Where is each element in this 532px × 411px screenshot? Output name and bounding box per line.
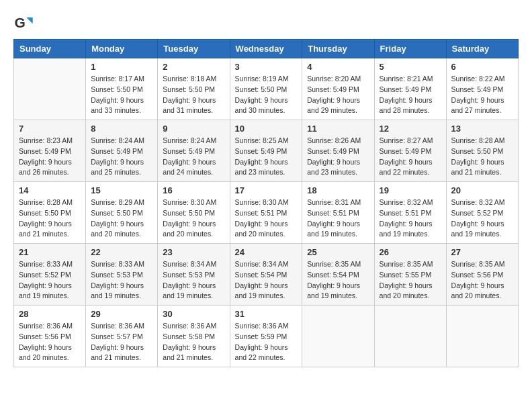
sunrise-text: Sunrise: 8:31 AM (307, 197, 369, 208)
daylight-text: Daylight: 9 hours and 30 minutes. (235, 95, 298, 117)
sunset-text: Sunset: 5:56 PM (451, 270, 513, 281)
daylight-text: Daylight: 9 hours and 20 minutes. (380, 281, 441, 302)
sunset-text: Sunset: 5:55 PM (380, 270, 441, 281)
calendar-cell (14, 58, 86, 120)
daylight-text: Daylight: 9 hours and 29 minutes. (307, 95, 369, 117)
sunrise-text: Sunrise: 8:36 AM (235, 321, 298, 332)
sunrise-text: Sunrise: 8:28 AM (19, 197, 81, 208)
calendar-cell: 19Sunrise: 8:32 AMSunset: 5:51 PMDayligh… (374, 182, 446, 244)
calendar-table: SundayMondayTuesdayWednesdayThursdayFrid… (13, 39, 519, 367)
day-number: 11 (307, 124, 369, 134)
sunset-text: Sunset: 5:52 PM (451, 208, 513, 219)
calendar-week-4: 21Sunrise: 8:33 AMSunset: 5:52 PMDayligh… (14, 244, 519, 306)
day-number: 20 (451, 185, 513, 195)
daylight-text: Daylight: 9 hours and 28 minutes. (380, 95, 441, 117)
calendar-cell (374, 306, 446, 367)
daylight-text: Daylight: 9 hours and 19 minutes. (163, 281, 224, 302)
day-info: Sunrise: 8:24 AMSunset: 5:49 PMDaylight:… (163, 136, 224, 178)
day-info: Sunrise: 8:30 AMSunset: 5:50 PMDaylight:… (163, 197, 224, 240)
calendar-week-1: 1Sunrise: 8:17 AMSunset: 5:50 PMDaylight… (14, 58, 519, 120)
day-number: 4 (307, 62, 369, 72)
sunrise-text: Sunrise: 8:32 AM (380, 197, 441, 208)
day-number: 9 (163, 124, 224, 134)
sunset-text: Sunset: 5:56 PM (19, 332, 81, 342)
day-number: 1 (91, 62, 152, 72)
sunset-text: Sunset: 5:59 PM (235, 332, 298, 342)
daylight-text: Daylight: 9 hours and 19 minutes. (451, 219, 513, 240)
sunrise-text: Sunrise: 8:24 AM (91, 136, 152, 146)
sunset-text: Sunset: 5:53 PM (163, 270, 224, 281)
daylight-text: Daylight: 9 hours and 20 minutes. (163, 219, 224, 240)
day-number: 7 (19, 124, 81, 134)
sunrise-text: Sunrise: 8:18 AM (163, 74, 224, 85)
calendar-week-2: 7Sunrise: 8:23 AMSunset: 5:49 PMDaylight… (14, 120, 519, 182)
calendar-cell: 8Sunrise: 8:24 AMSunset: 5:49 PMDaylight… (86, 120, 158, 182)
calendar-week-3: 14Sunrise: 8:28 AMSunset: 5:50 PMDayligh… (14, 182, 519, 244)
sunset-text: Sunset: 5:50 PM (163, 208, 224, 219)
day-number: 25 (307, 247, 369, 257)
sunset-text: Sunset: 5:49 PM (163, 146, 224, 157)
sunrise-text: Sunrise: 8:30 AM (163, 197, 224, 208)
day-number: 2 (163, 62, 224, 72)
day-number: 17 (235, 185, 298, 195)
sunrise-text: Sunrise: 8:35 AM (451, 259, 513, 270)
daylight-text: Daylight: 9 hours and 21 minutes. (451, 157, 513, 179)
sunrise-text: Sunrise: 8:35 AM (380, 259, 441, 270)
day-info: Sunrise: 8:36 AMSunset: 5:59 PMDaylight:… (235, 321, 298, 363)
day-info: Sunrise: 8:36 AMSunset: 5:56 PMDaylight:… (19, 321, 81, 363)
sunset-text: Sunset: 5:54 PM (307, 270, 369, 281)
day-info: Sunrise: 8:25 AMSunset: 5:49 PMDaylight:… (235, 136, 298, 178)
calendar-cell: 4Sunrise: 8:20 AMSunset: 5:49 PMDaylight… (302, 58, 374, 120)
day-info: Sunrise: 8:19 AMSunset: 5:50 PMDaylight:… (235, 74, 298, 116)
day-info: Sunrise: 8:26 AMSunset: 5:49 PMDaylight:… (307, 136, 369, 178)
sunset-text: Sunset: 5:50 PM (451, 146, 513, 157)
calendar-cell: 23Sunrise: 8:34 AMSunset: 5:53 PMDayligh… (158, 244, 230, 306)
day-number: 6 (451, 62, 513, 72)
column-header-tuesday: Tuesday (158, 40, 230, 58)
calendar-cell: 31Sunrise: 8:36 AMSunset: 5:59 PMDayligh… (230, 306, 302, 367)
day-number: 10 (235, 124, 298, 134)
sunrise-text: Sunrise: 8:28 AM (451, 136, 513, 146)
calendar-header-row: SundayMondayTuesdayWednesdayThursdayFrid… (14, 40, 519, 58)
calendar-cell: 20Sunrise: 8:32 AMSunset: 5:52 PMDayligh… (446, 182, 518, 244)
day-number: 21 (19, 247, 81, 257)
day-number: 31 (235, 309, 298, 319)
day-number: 26 (380, 247, 441, 257)
sunset-text: Sunset: 5:49 PM (307, 85, 369, 95)
sunset-text: Sunset: 5:53 PM (91, 270, 152, 281)
daylight-text: Daylight: 9 hours and 23 minutes. (235, 157, 298, 179)
sunset-text: Sunset: 5:50 PM (19, 208, 81, 219)
day-info: Sunrise: 8:29 AMSunset: 5:50 PMDaylight:… (91, 197, 152, 240)
day-info: Sunrise: 8:34 AMSunset: 5:54 PMDaylight:… (235, 259, 298, 302)
sunset-text: Sunset: 5:49 PM (307, 146, 369, 157)
daylight-text: Daylight: 9 hours and 25 minutes. (91, 157, 152, 179)
sunset-text: Sunset: 5:57 PM (91, 332, 152, 342)
day-number: 30 (163, 309, 224, 319)
day-info: Sunrise: 8:35 AMSunset: 5:54 PMDaylight:… (307, 259, 369, 302)
calendar-cell: 1Sunrise: 8:17 AMSunset: 5:50 PMDaylight… (86, 58, 158, 120)
sunset-text: Sunset: 5:49 PM (19, 146, 81, 157)
calendar-cell: 29Sunrise: 8:36 AMSunset: 5:57 PMDayligh… (86, 306, 158, 367)
svg-marker-2 (27, 17, 33, 24)
day-number: 19 (380, 185, 441, 195)
day-number: 23 (163, 247, 224, 257)
daylight-text: Daylight: 9 hours and 19 minutes. (235, 281, 298, 302)
calendar-cell: 22Sunrise: 8:33 AMSunset: 5:53 PMDayligh… (86, 244, 158, 306)
sunrise-text: Sunrise: 8:23 AM (19, 136, 81, 146)
calendar-cell: 21Sunrise: 8:33 AMSunset: 5:52 PMDayligh… (14, 244, 86, 306)
svg-text:G: G (15, 15, 26, 30)
daylight-text: Daylight: 9 hours and 21 minutes. (19, 219, 81, 240)
daylight-text: Daylight: 9 hours and 27 minutes. (451, 95, 513, 117)
column-header-thursday: Thursday (302, 40, 374, 58)
day-info: Sunrise: 8:21 AMSunset: 5:49 PMDaylight:… (380, 74, 441, 116)
sunrise-text: Sunrise: 8:21 AM (380, 74, 441, 85)
day-info: Sunrise: 8:31 AMSunset: 5:51 PMDaylight:… (307, 197, 369, 240)
daylight-text: Daylight: 9 hours and 19 minutes. (307, 219, 369, 240)
sunset-text: Sunset: 5:49 PM (235, 146, 298, 157)
day-number: 5 (380, 62, 441, 72)
daylight-text: Daylight: 9 hours and 20 minutes. (451, 281, 513, 302)
sunrise-text: Sunrise: 8:34 AM (163, 259, 224, 270)
day-info: Sunrise: 8:36 AMSunset: 5:58 PMDaylight:… (163, 321, 224, 363)
day-number: 12 (380, 124, 441, 134)
calendar-week-5: 28Sunrise: 8:36 AMSunset: 5:56 PMDayligh… (14, 306, 519, 367)
